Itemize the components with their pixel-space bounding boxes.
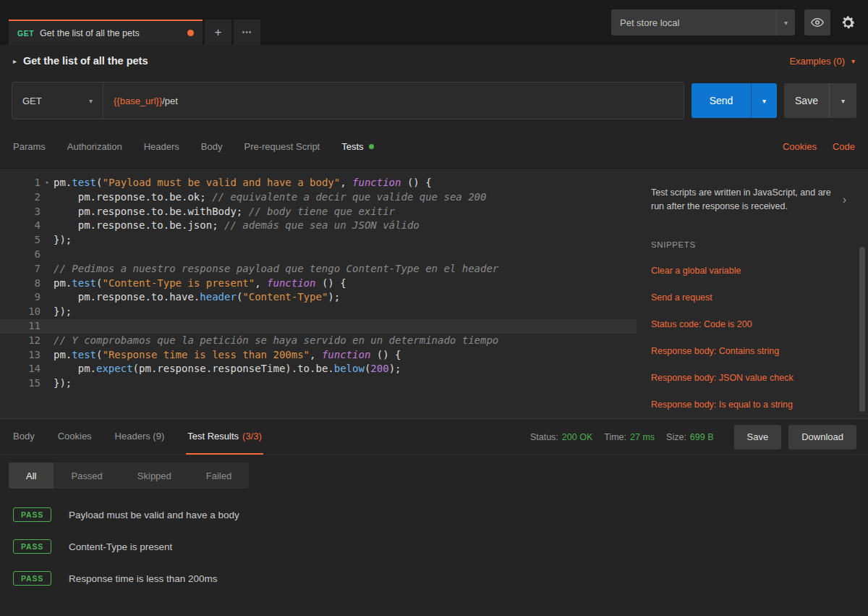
scrollbar-thumb[interactable] [859, 247, 865, 412]
status-label: Status: [530, 432, 558, 442]
test-result-text: Content-Type is present [69, 541, 172, 552]
save-request-button[interactable]: Save [784, 83, 829, 118]
tab-params[interactable]: Params [13, 141, 46, 152]
code-line-10[interactable]: 10}); [0, 305, 637, 319]
code-line-9[interactable]: 9 pm.response.to.have.header("Content-Ty… [0, 290, 637, 305]
chevron-down-icon: ▾ [776, 9, 795, 35]
snippet-status-code-code-is-200[interactable]: Status code: Code is 200 [651, 319, 846, 329]
download-response-button[interactable]: Download [788, 425, 856, 450]
url-bar: GET ▾ {{base_url}}/pet Send ▾ Save ▾ [0, 77, 868, 125]
environment-name: Pet store local [620, 17, 679, 28]
code-text: pm.response.to.be.json; // además que se… [54, 219, 420, 233]
line-number: 11 [0, 319, 41, 334]
code-text: pm.test("Response time is less than 200m… [54, 348, 401, 363]
code-text: pm.test("Content-Type is present", funct… [54, 277, 346, 291]
snippets-heading: SNIPPETS [651, 240, 846, 249]
new-tab-button[interactable]: + [205, 20, 231, 45]
line-number: 15 [0, 376, 41, 391]
line-number: 12 [0, 334, 41, 348]
chevron-down-icon: ▾ [841, 97, 845, 105]
code-line-5[interactable]: 5}); [0, 233, 637, 248]
code-line-2[interactable]: 2 pm.response.to.be.ok; // equivalente a… [0, 190, 637, 205]
tab-count: (3/3) [242, 431, 262, 442]
tests-workbench: 1▾pm.test("Payload must be valid and hav… [0, 168, 868, 418]
code-line-13[interactable]: 13pm.test("Response time is less than 20… [0, 348, 637, 363]
filter-failed[interactable]: Failed [189, 463, 249, 489]
snippet-clear-a-global-variable[interactable]: Clear a global variable [651, 266, 846, 276]
size-value: 699 B [690, 432, 714, 442]
tab-body[interactable]: Body [201, 141, 223, 152]
snippet-response-body-contains-string[interactable]: Response body: Contains string [651, 346, 846, 356]
cookies-link[interactable]: Cookies [783, 141, 817, 152]
pass-badge: PASS [13, 507, 51, 522]
tab-authorization[interactable]: Authorization [67, 141, 122, 152]
code-text: pm.test("Payload must be valid and have … [54, 176, 432, 190]
environment-quick-look-button[interactable] [804, 9, 830, 35]
chevron-right-icon[interactable]: › [843, 193, 846, 206]
snippet-response-body-is-equal-to-a-string[interactable]: Response body: Is equal to a string [651, 400, 846, 410]
code-text: pm.expect(pm.response.responseTime).to.b… [54, 362, 401, 376]
code-line-4[interactable]: 4 pm.response.to.be.json; // además que … [0, 219, 637, 233]
status-value: 200 OK [562, 432, 592, 442]
code-text: pm.response.to.be.withBody; // body tien… [54, 205, 395, 219]
response-tab-cookies[interactable]: Cookies [56, 419, 93, 455]
chevron-down-icon: ▾ [851, 57, 855, 65]
save-options-button[interactable]: ▾ [829, 83, 856, 118]
filter-all[interactable]: All [9, 463, 54, 489]
response-tab-headers-9[interactable]: Headers (9) [114, 419, 166, 455]
response-tab-body[interactable]: Body [12, 419, 36, 455]
code-line-15[interactable]: 15}); [0, 376, 637, 391]
code-line-8[interactable]: 8pm.test("Content-Type is present", func… [0, 277, 637, 291]
method-select[interactable]: GET ▾ [12, 83, 103, 119]
fold-gutter [41, 205, 54, 219]
gear-icon [840, 14, 856, 31]
url-input[interactable]: {{base_url}}/pet [103, 83, 684, 119]
code-editor[interactable]: 1▾pm.test("Payload must be valid and hav… [0, 169, 637, 418]
code-line-14[interactable]: 14 pm.expect(pm.response.responseTime).t… [0, 362, 637, 376]
examples-dropdown[interactable]: Examples (0) ▾ [789, 56, 855, 67]
send-button[interactable]: Send [692, 83, 751, 118]
settings-button[interactable] [840, 14, 856, 31]
code-text: // Pedimos a nuestro response payload qu… [54, 262, 498, 277]
topbar: GET Get the list of all the pets + ••• P… [0, 0, 868, 45]
tab-label: Authorization [67, 141, 122, 152]
environment-selector[interactable]: Pet store local ▾ [611, 9, 795, 35]
unsaved-changes-dot [187, 30, 194, 36]
test-result-row: PASSResponse time is less than 200ms [0, 562, 868, 594]
save-button-group: Save ▾ [784, 83, 856, 118]
tab-pre-request-script[interactable]: Pre-request Script [244, 141, 320, 152]
code-line-1[interactable]: 1▾pm.test("Payload must be valid and hav… [0, 176, 637, 190]
time-value: 27 ms [630, 432, 655, 442]
filter-passed[interactable]: Passed [54, 463, 119, 489]
tab-method-label: GET [17, 29, 34, 38]
collapse-caret-icon[interactable]: ▸ [13, 57, 17, 65]
request-tab[interactable]: GET Get the list of all the pets [9, 20, 203, 45]
eye-icon [811, 16, 824, 29]
response-tab-test-results[interactable]: Test Results(3/3) [186, 419, 263, 455]
tab-tests[interactable]: Tests [341, 141, 373, 152]
fold-caret-icon[interactable]: ▾ [41, 176, 54, 190]
code-line-12[interactable]: 12// Y comprobamos que la petición se ha… [0, 334, 637, 348]
code-text: // Y comprobamos que la petición se haya… [54, 334, 498, 348]
code-line-7[interactable]: 7// Pedimos a nuestro response payload q… [0, 262, 637, 277]
snippet-response-body-json-value-check[interactable]: Response body: JSON value check [651, 373, 846, 383]
topbar-right: Pet store local ▾ [611, 0, 868, 45]
code-line-11[interactable]: 11 [0, 319, 637, 334]
tab-label: Params [13, 141, 46, 152]
size-label: Size: [666, 432, 686, 442]
code-line-3[interactable]: 3 pm.response.to.be.withBody; // body ti… [0, 205, 637, 219]
code-link[interactable]: Code [833, 141, 855, 152]
tab-title: Get the list of all the pets [40, 28, 182, 38]
send-options-button[interactable]: ▾ [751, 83, 777, 118]
chevron-down-icon: ▾ [89, 97, 93, 105]
examples-label: Examples (0) [789, 56, 845, 67]
fold-gutter [41, 376, 54, 391]
code-line-6[interactable]: 6 [0, 248, 637, 262]
filter-skipped[interactable]: Skipped [120, 463, 189, 489]
line-number: 3 [0, 205, 41, 219]
tab-headers[interactable]: Headers [144, 141, 179, 152]
save-response-button[interactable]: Save [734, 425, 782, 450]
more-options-button[interactable]: ••• [234, 20, 260, 45]
snippet-send-a-request[interactable]: Send a request [651, 292, 846, 303]
code-text: }); [54, 233, 72, 248]
